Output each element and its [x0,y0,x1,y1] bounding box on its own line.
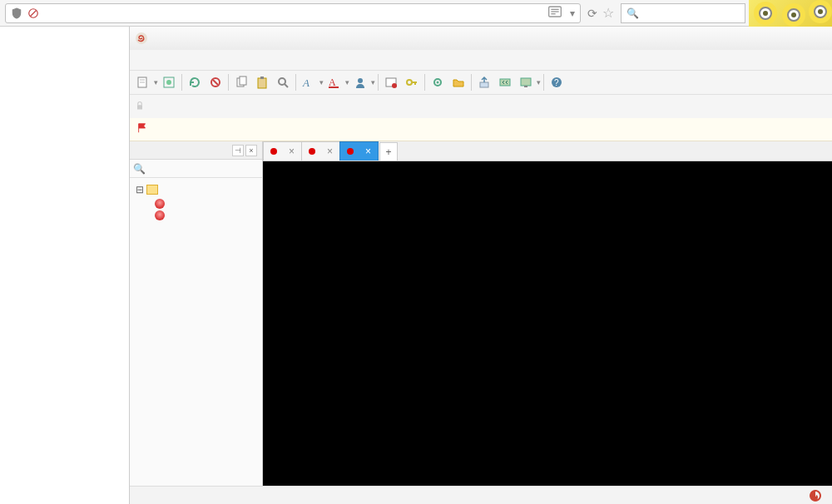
tb-monitor-icon[interactable] [516,72,536,92]
status-dot-icon [309,148,315,155]
svg-text:A: A [329,77,336,88]
xshell-window: ▾ A ▾ A ▾ ▾ ▾ [129,27,832,504]
flag-icon [136,122,148,136]
menu-tabs[interactable] [186,57,200,63]
close-tab-icon[interactable]: × [289,146,295,157]
shield-icon [11,7,22,19]
svg-rect-15 [240,77,246,85]
browser-search-box[interactable]: 🔍 [621,3,745,23]
tb-help-icon[interactable]: ? [547,72,567,92]
reader-mode-icon[interactable] [545,6,565,20]
tb-settings-icon[interactable] [428,72,448,92]
tb-copy-icon[interactable] [231,72,251,92]
session-hint-bar [130,118,832,141]
svg-point-25 [392,83,397,88]
bookmark-star-icon[interactable]: ☆ [602,5,614,21]
tb-open-icon[interactable] [159,72,179,92]
svg-text:?: ? [554,78,559,87]
tb-reconnect-icon[interactable] [185,72,205,92]
tb-folder-icon[interactable] [448,72,468,92]
address-bar[interactable] [130,95,832,118]
persona-avatar [749,0,832,27]
tb-new-icon[interactable] [133,72,153,92]
svg-rect-17 [260,77,264,79]
page-content [0,27,129,504]
url-dropdown-icon[interactable]: ▾ [570,7,575,19]
tab-3-node3[interactable]: × [339,141,379,161]
anquanke-logo-icon [809,489,822,502]
search-icon: 🔍 [133,163,146,175]
tb-script-icon[interactable] [381,72,401,92]
session-manager-panel: ⊣ × 🔍 ⊟ [130,141,263,504]
menu-file[interactable] [133,57,146,63]
tree-toggle-icon[interactable]: ⊟ [135,182,145,197]
tree-root-row[interactable]: ⊟ [133,181,259,198]
menu-view[interactable] [160,57,173,63]
cert-warn-icon [27,7,39,19]
close-panel-icon[interactable]: × [245,145,257,156]
svg-rect-34 [524,86,527,87]
session-icon [155,210,165,220]
status-dot-icon [270,148,277,155]
svg-text:A: A [302,77,310,89]
svg-rect-22 [329,86,339,88]
search-icon: 🔍 [626,7,639,19]
folder-icon [146,185,158,195]
svg-rect-16 [258,78,266,88]
tab-1-myvps[interactable]: × [263,141,302,161]
terminal-tabs: × × × + [263,141,832,161]
menu-help[interactable] [213,57,226,63]
browser-actions: ⟳ ☆ [584,5,617,21]
svg-line-19 [285,84,288,87]
tb-key-icon[interactable] [402,72,422,92]
status-dot-icon [347,148,354,155]
menu-window[interactable] [200,57,213,63]
url-box[interactable]: ▾ [5,3,581,23]
tb-profile-icon[interactable] [350,72,370,92]
history-icon[interactable]: ⟳ [587,7,597,20]
svg-point-26 [407,80,412,85]
menu-tools[interactable] [173,57,186,63]
close-tab-icon[interactable]: × [365,146,371,157]
svg-rect-37 [137,105,142,109]
terminal-output[interactable] [263,161,832,504]
session-search[interactable]: 🔍 [130,160,262,178]
tab-2-myvps[interactable]: × [301,141,340,161]
svg-line-13 [213,80,218,85]
browser-address-bar: ▾ ⟳ ☆ 🔍 [0,0,832,27]
svg-rect-32 [500,79,510,86]
session-icon [155,199,165,209]
window-title-bar [130,27,832,50]
tree-item-server[interactable] [133,210,259,221]
tb-color-icon[interactable]: A [324,72,344,92]
lock-icon [135,101,145,113]
tb-find-icon[interactable] [273,72,293,92]
tb-paste-icon[interactable] [252,72,272,92]
tree-item-myvps[interactable] [133,198,259,210]
menu-bar [130,50,832,70]
toolbar: ▾ A ▾ A ▾ ▾ ▾ [130,70,832,95]
svg-line-1 [31,10,37,16]
session-search-input[interactable] [146,163,270,175]
add-tab-button[interactable]: + [379,142,398,161]
svg-point-11 [166,80,171,85]
svg-rect-33 [521,78,531,86]
tb-disconnect-icon[interactable] [206,72,225,92]
session-manager-header: ⊣ × [130,141,262,160]
svg-rect-31 [480,82,488,87]
close-tab-icon[interactable]: × [327,146,333,157]
xshell-icon [135,32,148,45]
status-bar [130,486,832,504]
menu-edit[interactable] [146,57,160,63]
pin-icon[interactable]: ⊣ [232,145,244,156]
tb-xftp-icon[interactable] [495,72,515,92]
tb-upload-icon[interactable] [474,72,494,92]
svg-point-30 [437,82,439,84]
terminal-area: × × × + [263,141,832,504]
svg-point-18 [279,78,285,85]
session-tree: ⊟ [130,178,262,503]
svg-point-23 [358,78,363,83]
tb-font-icon[interactable]: A [299,72,319,92]
